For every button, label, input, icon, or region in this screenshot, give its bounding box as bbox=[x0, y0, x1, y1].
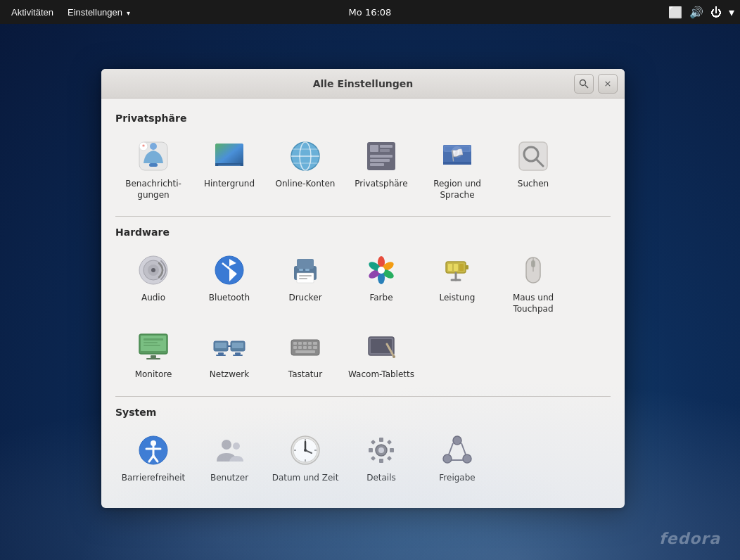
settings-item-audio[interactable]: Audio bbox=[115, 245, 191, 322]
svg-rect-118 bbox=[387, 440, 392, 445]
settings-item-hintergrund[interactable]: Hintergrund bbox=[191, 131, 267, 208]
volume-icon[interactable]: 🔊 bbox=[689, 6, 703, 19]
settings-item-wacom[interactable]: Wacom-Tabletts bbox=[343, 322, 419, 388]
dialog-titlebar: Alle Einstellungen × bbox=[101, 69, 625, 98]
svg-point-93 bbox=[393, 355, 395, 358]
svg-rect-21 bbox=[370, 159, 390, 162]
svg-rect-120 bbox=[387, 456, 392, 461]
svg-rect-114 bbox=[379, 459, 383, 463]
privatsphare-label: Privatsphäre bbox=[355, 179, 407, 190]
settings-item-bluetooth[interactable]: Bluetooth bbox=[191, 245, 267, 322]
svg-rect-18 bbox=[380, 145, 393, 148]
svg-rect-84 bbox=[293, 346, 297, 349]
settings-item-maus[interactable]: Maus und Touchpad bbox=[495, 245, 571, 322]
netzwerk-label: Netzwerk bbox=[210, 369, 249, 381]
bluetooth-label: Bluetooth bbox=[209, 293, 250, 304]
svg-rect-72 bbox=[216, 355, 226, 356]
settings-item-monitore[interactable]: Monitore bbox=[115, 322, 191, 388]
svg-rect-55 bbox=[454, 264, 458, 271]
settings-item-benutzer[interactable]: Benutzer bbox=[191, 425, 267, 491]
sharing-icon bbox=[439, 432, 476, 469]
svg-line-1 bbox=[585, 85, 588, 88]
svg-line-124 bbox=[449, 443, 453, 454]
svg-rect-117 bbox=[371, 440, 376, 445]
settings-item-details[interactable]: Details bbox=[343, 425, 419, 491]
region-label: Region und Sprache bbox=[423, 179, 491, 201]
wacom-label: Wacom-Tabletts bbox=[348, 369, 414, 381]
settings-item-freigabe[interactable]: Freigabe bbox=[419, 425, 495, 491]
settings-item-drucker[interactable]: Drucker bbox=[267, 245, 343, 322]
settings-item-datum[interactable]: Datum und Zeit bbox=[267, 425, 343, 491]
svg-rect-89 bbox=[295, 350, 315, 353]
details-icon bbox=[363, 432, 400, 469]
svg-rect-116 bbox=[390, 448, 394, 452]
settings-item-privatsphare[interactable]: Privatsphäre bbox=[343, 131, 419, 208]
bluetooth-icon bbox=[211, 252, 248, 288]
svg-rect-42 bbox=[299, 275, 312, 276]
printer-icon bbox=[287, 252, 324, 288]
audio-label: Audio bbox=[141, 293, 165, 304]
datum-label: Datum und Zeit bbox=[272, 473, 339, 484]
keyboard-icon bbox=[287, 329, 324, 365]
wacom-icon bbox=[363, 329, 400, 365]
suchen-label: Suchen bbox=[518, 179, 549, 190]
settings-item-netzwerk[interactable]: Netzwerk bbox=[191, 322, 267, 388]
section-title-privatsphare: Privatsphäre bbox=[115, 113, 611, 124]
search-icon bbox=[579, 79, 589, 89]
settings-item-region[interactable]: 🏳️ Region und Sprache bbox=[419, 131, 495, 208]
svg-text:🏳️: 🏳️ bbox=[450, 148, 464, 162]
svg-rect-70 bbox=[215, 343, 227, 348]
settings-item-barrierefreiheit[interactable]: Barrierefreiheit bbox=[115, 425, 191, 491]
einstellungen-button[interactable]: Einstellungen ▾ bbox=[62, 4, 136, 20]
titlebar-buttons: × bbox=[574, 74, 618, 94]
leistung-label: Leistung bbox=[440, 293, 476, 304]
system-menu-icon[interactable]: ▾ bbox=[729, 6, 734, 19]
topbar-left: Aktivitäten Einstellungen ▾ bbox=[6, 4, 136, 20]
datetime-icon bbox=[287, 432, 324, 469]
notifications-icon: * bbox=[135, 138, 172, 174]
svg-rect-41 bbox=[305, 269, 310, 271]
settings-item-suchen[interactable]: Suchen bbox=[495, 131, 571, 208]
svg-point-122 bbox=[443, 454, 452, 463]
power-icon[interactable]: ⏻ bbox=[710, 6, 722, 19]
section-title-system: System bbox=[115, 407, 611, 418]
hintergrund-label: Hintergrund bbox=[204, 179, 255, 190]
dialog-title: Alle Einstellungen bbox=[313, 78, 414, 89]
svg-point-121 bbox=[453, 436, 461, 445]
svg-point-3 bbox=[150, 143, 157, 150]
background-icon bbox=[211, 138, 248, 174]
search-settings-icon bbox=[515, 138, 551, 174]
svg-rect-75 bbox=[235, 352, 241, 355]
settings-item-benachrichtigungen[interactable]: * Benachrichti­gungen bbox=[115, 131, 191, 208]
svg-rect-64 bbox=[143, 338, 163, 341]
settings-item-leistung[interactable]: Leistung bbox=[419, 245, 495, 322]
settings-item-online-konten[interactable]: Online-Konten bbox=[267, 131, 343, 208]
close-button[interactable]: × bbox=[598, 74, 618, 94]
svg-rect-82 bbox=[308, 342, 312, 345]
svg-rect-67 bbox=[151, 355, 156, 358]
svg-rect-53 bbox=[466, 265, 468, 269]
svg-rect-119 bbox=[371, 456, 376, 461]
audio-icon bbox=[135, 252, 172, 288]
svg-point-101 bbox=[233, 443, 240, 450]
benutzer-label: Benutzer bbox=[210, 473, 248, 484]
svg-rect-40 bbox=[299, 269, 303, 271]
chevron-down-icon: ▾ bbox=[127, 9, 130, 17]
settings-item-tastatur[interactable]: Tastatur bbox=[267, 322, 343, 388]
screen-icon[interactable]: ⬜ bbox=[668, 6, 682, 19]
privacy-icon bbox=[363, 138, 400, 174]
system-grid: Barrierefreiheit Benutzer bbox=[115, 425, 611, 491]
svg-rect-20 bbox=[370, 155, 393, 158]
svg-rect-43 bbox=[299, 278, 307, 279]
monitors-icon bbox=[135, 329, 172, 365]
topbar: Aktivitäten Einstellungen ▾ Mo 16:08 ⬜ 🔊… bbox=[0, 0, 740, 24]
aktivitaeten-button[interactable]: Aktivitäten bbox=[6, 4, 59, 20]
svg-rect-83 bbox=[313, 342, 317, 345]
monitore-label: Monitore bbox=[135, 369, 172, 381]
svg-rect-88 bbox=[313, 346, 317, 349]
freigabe-label: Freigabe bbox=[439, 473, 475, 484]
search-button[interactable] bbox=[574, 74, 594, 94]
settings-item-farbe[interactable]: Farbe bbox=[343, 245, 419, 322]
online-konten-label: Online-Konten bbox=[276, 179, 336, 190]
svg-point-100 bbox=[222, 440, 231, 450]
